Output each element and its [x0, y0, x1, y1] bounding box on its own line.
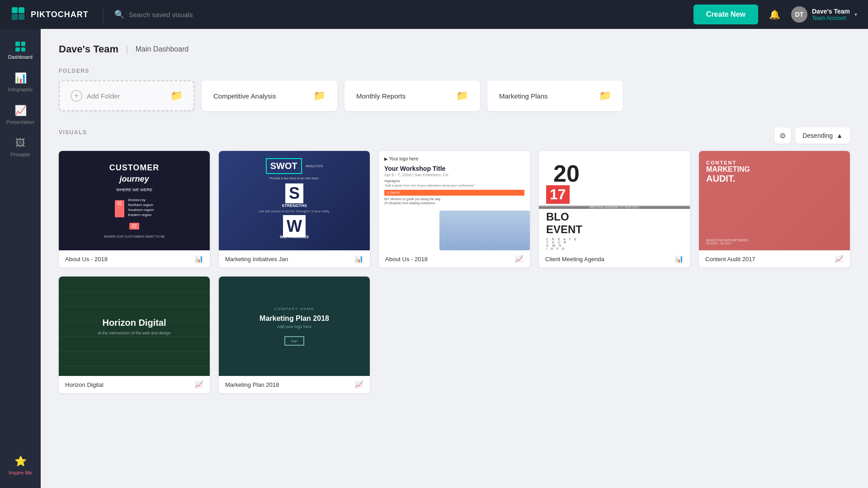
thumb-horizon: Horizon Digital at the intersection of t… [59, 277, 210, 376]
visuals-section-label: VISUALS [59, 129, 87, 136]
visual-name: About Us - 2018 [385, 256, 428, 263]
folder-competitive-analysis[interactable]: Competitive Analysis 📁 [202, 80, 337, 111]
sidebar-item-infographic[interactable]: 📊 Infographic [2, 67, 38, 98]
sidebar-label-presentation: Presentation [6, 119, 34, 125]
search-input[interactable] [129, 11, 295, 19]
visual-card-horizon[interactable]: Horizon Digital at the intersection of t… [59, 277, 210, 393]
sidebar-label-dashboard: Dashboard [8, 54, 33, 60]
svg-rect-3 [19, 14, 24, 20]
visual-card-about-us-2[interactable]: ▶ Your logo here Your Workshop Title Apr… [379, 151, 530, 267]
sort-arrow-icon: ▲ [836, 132, 843, 139]
sort-button[interactable]: Desending ▲ [795, 127, 850, 144]
folder-marketing-plans[interactable]: Marketing Plans 📁 [487, 80, 623, 111]
visual-name: Marketing Initiatives Jan [225, 256, 288, 263]
visual-thumb: CUSTOMER journey WHERE WE WERE 01 Divisi… [59, 151, 210, 250]
visual-thumb: Horizon Digital at the intersection of t… [59, 277, 210, 376]
nav-divider [103, 6, 104, 23]
page-title: Dave's Team [59, 43, 118, 55]
visual-footer: Client Meeting Agenda 📊 [539, 250, 690, 267]
notification-bell-icon[interactable]: 🔔 [769, 9, 780, 20]
thumb-2017: 20 17 MEETING AGENDA | 17 NOV 2017 BLO E… [539, 151, 690, 250]
topnav: PIKTOCHART 🔍 Create New 🔔 DT Dave's Team… [0, 0, 868, 29]
sidebar-item-dashboard[interactable]: Dashboard [2, 36, 38, 65]
svg-rect-1 [19, 7, 24, 13]
thumb-customer-journey: CUSTOMER journey WHERE WE WERE 01 Divisi… [59, 151, 210, 250]
visual-thumb: ▶ Your logo here Your Workshop Title Apr… [379, 151, 530, 250]
visual-type-icon: 📈 [515, 255, 524, 263]
visual-footer: Content Audit 2017 📈 [699, 250, 850, 267]
folder-icon: 📁 [456, 90, 468, 102]
visual-thumb: CONTENT MARKETING AUDIT. BASED ON DATA B… [699, 151, 850, 250]
visual-type-icon: 📊 [675, 255, 684, 263]
visual-card-about-us-1[interactable]: CUSTOMER journey WHERE WE WERE 01 Divisi… [59, 151, 210, 267]
folder-icon: 📁 [313, 90, 326, 102]
visual-type-icon: 📊 [355, 255, 363, 263]
user-info: Dave's Team Team Account [812, 8, 850, 21]
folder-icon: 📁 [170, 90, 183, 102]
visual-name: About Us - 2018 [65, 256, 108, 263]
visual-card-marketing-plan[interactable]: Company Name Marketing Plan 2018 Add you… [219, 277, 370, 393]
search-area: 🔍 [114, 9, 295, 19]
visual-footer: Marketing Plan 2018 📈 [219, 376, 370, 393]
add-folder-plus-icon: + [71, 90, 82, 102]
visual-footer: About Us - 2018 📈 [379, 250, 530, 267]
presentation-icon: 📈 [14, 105, 27, 117]
sort-area: ⚙ Desending ▲ [774, 127, 850, 144]
sidebar-label-inspire: Inspire Me [9, 470, 32, 475]
sidebar-item-presentation[interactable]: 📈 Presentation [2, 99, 38, 130]
user-menu[interactable]: DT Dave's Team Team Account ▾ [791, 6, 857, 23]
visual-footer: Marketing Initiatives Jan 📊 [219, 250, 370, 267]
visuals-header: VISUALS ⚙ Desending ▲ [59, 127, 850, 144]
visual-type-icon: 📊 [195, 255, 203, 263]
visual-card-marketing-initiatives[interactable]: SWOT ANALYSIS Provide a few lines of an … [219, 151, 370, 267]
avatar: DT [791, 6, 807, 23]
thumb-swot: SWOT ANALYSIS Provide a few lines of an … [219, 151, 370, 250]
visual-type-icon: 📈 [835, 255, 844, 263]
inspire-icon: ⭐ [14, 455, 27, 467]
main-layout: Dashboard 📊 Infographic 📈 Presentation 🖼… [0, 29, 868, 488]
folder-monthly-reports[interactable]: Monthly Reports 📁 [344, 80, 480, 111]
header-divider: | [126, 43, 128, 55]
user-name: Dave's Team [812, 8, 850, 15]
visual-thumb: Company Name Marketing Plan 2018 Add you… [219, 277, 370, 376]
svg-rect-0 [12, 7, 18, 13]
dashboard-icon [15, 42, 25, 52]
visual-name: Content Audit 2017 [705, 256, 755, 263]
sort-gear-button[interactable]: ⚙ [774, 127, 791, 144]
visual-footer: About Us - 2018 📊 [59, 250, 210, 267]
logo-text: PIKTOCHART [31, 10, 89, 19]
svg-rect-2 [12, 14, 18, 20]
content-header: Dave's Team | Main Dashboard [59, 43, 850, 55]
add-folder-content: + Add Folder [71, 90, 120, 102]
thumb-content-audit: CONTENT MARKETING AUDIT. BASED ON DATA B… [699, 151, 850, 250]
create-new-button[interactable]: Create New [693, 5, 758, 24]
infographic-icon: 📊 [14, 72, 27, 84]
visuals-grid: CUSTOMER journey WHERE WE WERE 01 Divisi… [59, 151, 850, 393]
sidebar-label-infographic: Infographic [8, 87, 33, 92]
sort-label: Desending [802, 132, 833, 139]
visual-card-content-audit[interactable]: CONTENT MARKETING AUDIT. BASED ON DATA B… [699, 151, 850, 267]
folder-name: Marketing Plans [499, 92, 548, 100]
sidebar-item-inspire[interactable]: ⭐ Inspire Me [2, 450, 38, 481]
sidebar-item-printable[interactable]: 🖼 Printable [2, 132, 38, 163]
folders-grid: + Add Folder 📁 Competitive Analysis 📁 Mo… [59, 80, 850, 111]
visual-thumb: 20 17 MEETING AGENDA | 17 NOV 2017 BLO E… [539, 151, 690, 250]
thumb-workshop: ▶ Your logo here Your Workshop Title Apr… [379, 151, 530, 250]
add-folder-card[interactable]: + Add Folder 📁 [59, 80, 194, 111]
page-subtitle: Main Dashboard [136, 45, 189, 53]
folder-icon: 📁 [599, 90, 611, 102]
visual-footer: Horizon Digital 📈 [59, 376, 210, 393]
logo[interactable]: PIKTOCHART [11, 6, 89, 23]
visual-name: Horizon Digital [65, 381, 104, 388]
user-role: Team Account [812, 15, 850, 21]
folders-section-label: FOLDERS [59, 68, 850, 74]
thumb-marketing-plan: Company Name Marketing Plan 2018 Add you… [219, 277, 370, 376]
visual-card-client-meeting[interactable]: 20 17 MEETING AGENDA | 17 NOV 2017 BLO E… [539, 151, 690, 267]
sidebar-label-printable: Printable [10, 152, 30, 157]
visual-type-icon: 📈 [355, 380, 363, 389]
printable-icon: 🖼 [15, 137, 25, 149]
folder-name: Competitive Analysis [213, 92, 276, 100]
visual-thumb: SWOT ANALYSIS Provide a few lines of an … [219, 151, 370, 250]
search-icon: 🔍 [114, 9, 124, 19]
chevron-down-icon: ▾ [854, 11, 857, 18]
